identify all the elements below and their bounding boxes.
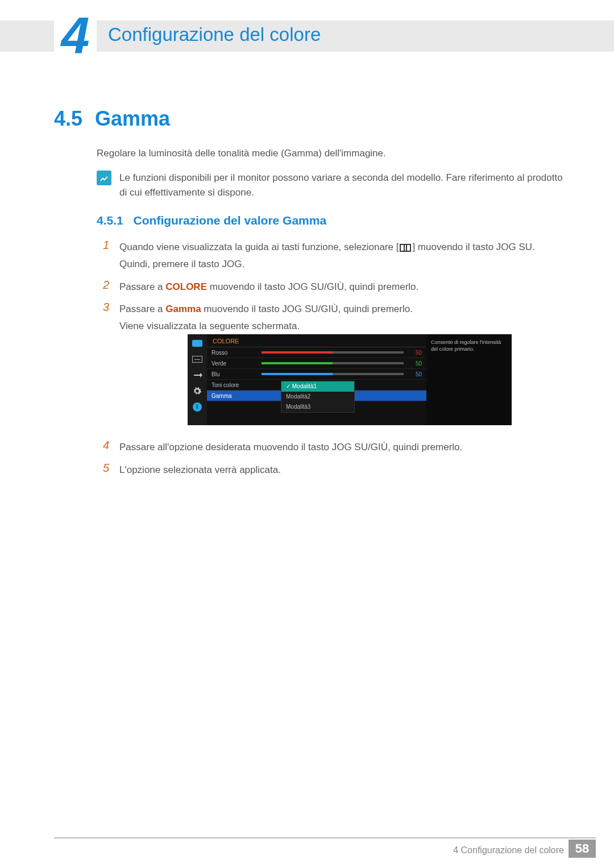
- osd-main: COLORE Rosso 50 Verde 50 Blu 50 Toni col…: [207, 334, 426, 425]
- step-text: Passare all'opzione desiderata muovendo …: [119, 439, 462, 456]
- osd-title: COLORE: [207, 338, 426, 347]
- note-icon: [97, 171, 111, 185]
- step-text: Passare a COLORE muovendo il tasto JOG S…: [119, 279, 418, 296]
- step-number: 3: [97, 301, 109, 335]
- osd-popup-mode3: Modalità3: [281, 402, 354, 412]
- arrows-icon: [192, 371, 203, 380]
- osd-popup: Modalità1 Modalità2 Modalità3: [281, 381, 355, 413]
- section-heading: 4.5 Gamma: [54, 107, 170, 131]
- monitor-icon: [192, 339, 203, 348]
- subsection-heading: 4.5.1 Configurazione del valore Gamma: [97, 214, 326, 227]
- step-text: L'opzione selezionata verrà applicata.: [119, 462, 281, 479]
- osd-popup-mode2: Modalità2: [281, 392, 354, 402]
- manual-page: 4 Configurazione del colore 4.5 Gamma Re…: [0, 0, 614, 868]
- section-title: Gamma: [95, 107, 170, 131]
- osd-row-red: Rosso 50: [207, 347, 426, 358]
- step-text: Quando viene visualizzata la guida ai ta…: [119, 239, 563, 273]
- osd-sidebar: i: [188, 334, 207, 425]
- chapter-title: Configurazione del colore: [108, 24, 321, 45]
- section-intro: Regolare la luminosità delle tonalità me…: [97, 148, 563, 159]
- step-3: 3 Passare a Gamma muovendo il tasto JOG …: [97, 301, 563, 335]
- footer-divider: [54, 837, 596, 838]
- subsection-title: Configurazione del valore Gamma: [134, 214, 327, 227]
- page-footer: 4 Configurazione del colore 58: [0, 837, 614, 860]
- note-text: Le funzioni disponibili per il monitor p…: [119, 171, 563, 201]
- section-number: 4.5: [54, 107, 82, 131]
- menu-icon: [400, 244, 411, 252]
- page-number: 58: [569, 840, 596, 858]
- step-number: 4: [97, 439, 109, 456]
- step-5: 5 L'opzione selezionata verrà applicata.: [97, 462, 563, 479]
- note-block: Le funzioni disponibili per il monitor p…: [97, 171, 563, 201]
- chapter-tab: 4: [54, 13, 97, 59]
- subsection-number: 4.5.1: [97, 214, 123, 227]
- gear-icon: [192, 387, 203, 396]
- osd-help-text: Consente di regolare l'intensità del col…: [426, 334, 512, 425]
- steps-list: 1 Quando viene visualizzata la guida ai …: [97, 239, 563, 340]
- step-2: 2 Passare a COLORE muovendo il tasto JOG…: [97, 279, 563, 296]
- step-number: 1: [97, 239, 109, 273]
- osd-row-green: Verde 50: [207, 358, 426, 369]
- step-number: 5: [97, 462, 109, 479]
- steps-list-cont: 4 Passare all'opzione desiderata muovend…: [97, 439, 563, 484]
- step-number: 2: [97, 279, 109, 296]
- osd-popup-mode1: Modalità1: [281, 381, 354, 392]
- footer-chapter-label: 4 Configurazione del colore: [453, 845, 564, 855]
- step-1: 1 Quando viene visualizzata la guida ai …: [97, 239, 563, 273]
- chapter-number: 4: [61, 10, 89, 61]
- step-4: 4 Passare all'opzione desiderata muovend…: [97, 439, 563, 456]
- size-icon: [192, 355, 203, 364]
- osd-row-blue: Blu 50: [207, 369, 426, 380]
- step-text: Passare a Gamma muovendo il tasto JOG SU…: [119, 301, 413, 335]
- osd-screenshot: i COLORE Rosso 50 Verde 50 Blu 50 Toni c…: [188, 334, 512, 425]
- info-icon: i: [192, 402, 203, 412]
